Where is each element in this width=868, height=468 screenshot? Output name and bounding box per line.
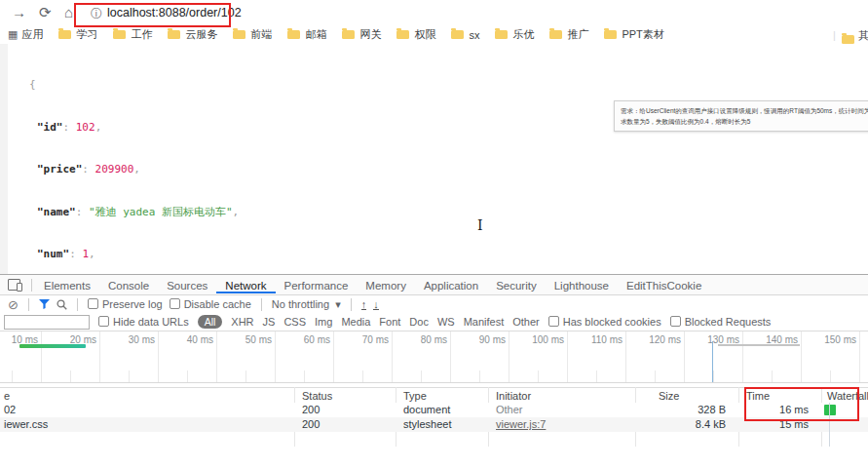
bookmark-folder[interactable]: 工作 (113, 27, 152, 42)
checkbox-icon[interactable] (548, 316, 559, 327)
sentinel-requirement-tooltip: 需求：给UserClient的查询用户接口设置降级规则，慢调用的RT阈值为50m… (614, 100, 868, 132)
filter-input[interactable] (4, 315, 90, 330)
tab-lighthouse[interactable]: Lighthouse (546, 277, 618, 293)
folder-icon (604, 30, 617, 39)
tab-console[interactable]: Console (99, 277, 158, 293)
bookmark-folder[interactable]: 乐优 (495, 27, 534, 42)
json-value: 102 (76, 121, 95, 134)
request-type: stylesheet (403, 418, 452, 430)
col-time[interactable]: Time (746, 390, 770, 402)
bookmark-apps[interactable]: ▦ 应用 (8, 27, 43, 42)
json-comma: , (233, 206, 240, 218)
ruler-tick: 120 ms (626, 334, 681, 345)
filter-type-js[interactable]: JS (263, 316, 276, 328)
request-table: e Status Type Initiator Size Time Waterf… (0, 387, 868, 468)
tab-editthiscookie[interactable]: EditThisCookie (618, 277, 710, 293)
disable-cache-checkbox[interactable]: Disable cache (170, 298, 251, 310)
col-waterfall[interactable]: Waterfall (827, 390, 868, 402)
filter-type-ws[interactable]: WS (437, 316, 455, 328)
tab-network[interactable]: Network (216, 277, 275, 293)
bookmark-folder[interactable]: 推广 (549, 27, 588, 42)
json-line: "name": "雅迪 yadea 新国标电动车", (29, 206, 239, 220)
checkbox-icon[interactable] (88, 298, 98, 309)
filter-type-xhr[interactable]: XHR (231, 316, 253, 328)
tab-application[interactable]: Application (415, 277, 487, 293)
col-name[interactable]: e (4, 390, 10, 402)
waterfall-bar (824, 405, 836, 415)
checkbox-icon[interactable] (170, 298, 180, 309)
export-har-icon[interactable]: ↓ (373, 299, 379, 310)
request-name: 02 (4, 404, 16, 415)
filter-type-font[interactable]: Font (379, 316, 400, 328)
filter-type-img[interactable]: Img (315, 316, 332, 328)
tab-elements[interactable]: Elements (35, 277, 99, 293)
clear-requests-icon[interactable]: ⊘ (8, 298, 19, 311)
browser-window: → ⟳ ⌂ ⓘ localhost:8088/order/102 ▦ 应用 学习… (0, 0, 868, 468)
filter-type-other[interactable]: Other (512, 316, 540, 328)
ruler-tick: 80 ms (393, 334, 447, 345)
search-icon[interactable] (57, 299, 67, 310)
json-value: 1 (82, 248, 89, 260)
bookmark-folder[interactable]: 网关 (342, 27, 381, 42)
filter-all-pill[interactable]: All (198, 315, 223, 329)
filter-type-manifest[interactable]: Manifest (464, 316, 505, 328)
request-initiator: Other (496, 404, 523, 415)
hide-data-urls-checkbox[interactable]: Hide data URLs (98, 316, 189, 328)
tab-sources[interactable]: Sources (158, 277, 216, 293)
preserve-log-checkbox[interactable]: Preserve log (88, 298, 163, 310)
blocked-requests-checkbox[interactable]: Blocked Requests (670, 316, 772, 328)
json-gutter (0, 44, 8, 274)
bookmark-folder[interactable]: 邮箱 (287, 27, 326, 42)
bookmark-label: 推广 (567, 27, 588, 42)
request-initiator-link[interactable]: viewer.js:7 (496, 418, 546, 430)
chevron-down-icon: ▾ (335, 298, 341, 310)
bookmark-folder[interactable]: 前端 (233, 27, 272, 42)
throttling-dropdown[interactable]: No throttling ▾ (272, 298, 341, 311)
has-blocked-cookies-checkbox[interactable]: Has blocked cookies (548, 316, 661, 328)
request-name: iewer.css (4, 418, 48, 430)
filter-type-media[interactable]: Media (341, 316, 370, 328)
col-initiator[interactable]: Initiator (496, 390, 531, 402)
checkbox-icon[interactable] (670, 316, 681, 327)
bookmark-folder[interactable]: sx (451, 29, 479, 41)
page-info-icon[interactable]: ⓘ (91, 6, 102, 22)
checkbox-icon[interactable] (98, 316, 109, 327)
json-sep: : (69, 248, 82, 260)
bookmark-folder[interactable]: 权限 (396, 27, 435, 42)
bookmark-label: 学习 (76, 27, 97, 42)
other-bookmarks-folder-icon[interactable] (842, 35, 854, 44)
other-bookmarks-label[interactable]: 其 (858, 28, 868, 43)
request-status: 200 (302, 418, 320, 430)
ruler-tick: 40 ms (159, 334, 213, 345)
col-size[interactable]: Size (659, 390, 679, 402)
bookmark-folder[interactable]: PPT素材 (604, 27, 663, 42)
bookmark-folder[interactable]: 云服务 (168, 27, 217, 42)
request-row[interactable]: iewer.css 200 stylesheet viewer.js:7 8.4… (0, 417, 868, 432)
bookmark-label: 乐优 (512, 27, 534, 42)
request-row[interactable]: 02 200 document Other 328 B 16 ms (0, 403, 868, 417)
home-icon[interactable]: ⌂ (64, 4, 73, 20)
col-status[interactable]: Status (302, 390, 332, 402)
bookmark-folder[interactable]: 学习 (58, 27, 97, 42)
filter-funnel-icon[interactable] (39, 299, 50, 309)
address-bar[interactable]: localhost:8088/order/102 (107, 6, 242, 20)
import-har-icon[interactable]: ↑ (361, 299, 367, 310)
tab-performance[interactable]: Performance (276, 277, 358, 293)
reload-icon[interactable]: ⟳ (39, 4, 52, 21)
forward-icon[interactable]: → (12, 4, 26, 20)
tab-memory[interactable]: Memory (357, 277, 415, 293)
network-overview-timeline[interactable]: 10 ms 20 ms 30 ms 40 ms 50 ms 60 ms 70 m… (0, 332, 868, 383)
device-toolbar-icon[interactable] (8, 279, 20, 291)
col-type[interactable]: Type (403, 390, 427, 402)
json-key: "num" (37, 248, 69, 260)
json-line: "num": 1, (29, 248, 239, 262)
json-comma: , (133, 163, 140, 176)
network-filter-bar: Hide data URLs All XHR JS CSS Img Media … (0, 313, 868, 332)
filter-type-doc[interactable]: Doc (409, 316, 429, 328)
overview-request-bar (19, 344, 86, 348)
divider (31, 279, 32, 292)
bookmark-label: 前端 (250, 27, 272, 42)
filter-type-css[interactable]: CSS (283, 316, 306, 328)
tab-security[interactable]: Security (487, 277, 546, 293)
text-cursor-icon: I (477, 217, 483, 233)
